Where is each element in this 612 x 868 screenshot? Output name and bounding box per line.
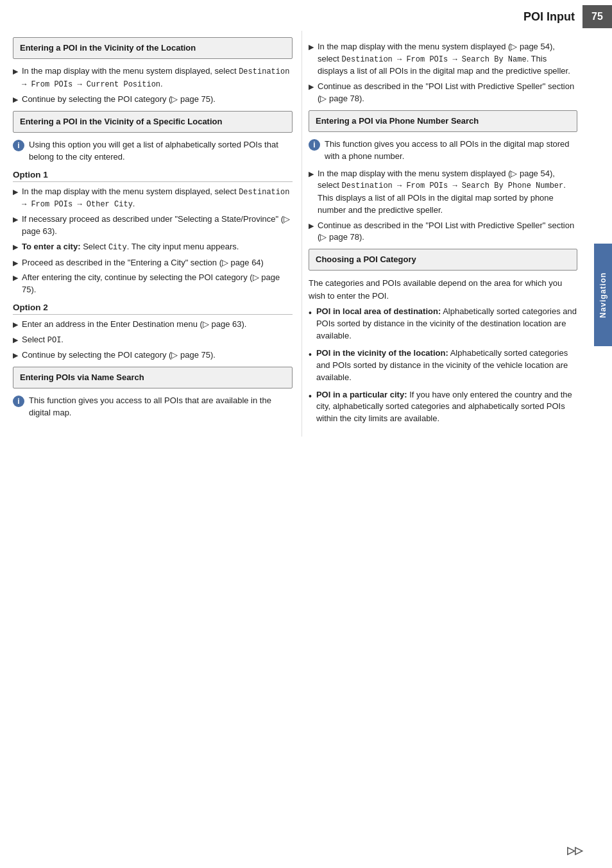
section3-info-text: This function gives you access to all PO… xyxy=(29,395,293,419)
bullet-item: ▶ In the map display with the menu syste… xyxy=(13,186,293,211)
main-content: Entering a POI in the Vicinity of the Lo… xyxy=(0,31,612,437)
bullet-text: To enter a city: Select City. The city i… xyxy=(22,241,239,253)
section-phone-search: Entering a POI via Phone Number Search xyxy=(309,110,577,132)
navigation-tab: Navigation xyxy=(594,244,612,346)
bullet-text: Continue by selecting the POI category (… xyxy=(22,94,216,106)
bullet-item: ▶ Continue by selecting the POI category… xyxy=(13,349,293,362)
bullet-arrow-icon: ▶ xyxy=(13,351,18,361)
bullet-item: ▶ In the map display with the menu syste… xyxy=(309,168,577,217)
item-text: POI in local area of destination: Alphab… xyxy=(316,306,577,342)
list-item: • POI in local area of destination: Alph… xyxy=(309,306,577,342)
option2-bullets: ▶ Enter an address in the Enter Destinat… xyxy=(13,319,293,362)
bullet-item: ▶ To enter a city: Select City. The city… xyxy=(13,241,293,253)
section-name-search: Entering POIs via Name Search xyxy=(13,367,293,388)
option2-heading: Option 2 xyxy=(13,303,293,315)
category-intro: The categories and POIs available depend… xyxy=(309,277,577,302)
section1-bullets: ▶ In the map display with the menu syste… xyxy=(13,65,293,106)
bullet-text: In the map display with the menu system … xyxy=(318,168,577,217)
phone-info-text: This function gives you access to all PO… xyxy=(325,138,577,163)
bullet-item: ▶ Continue as described in the "POI List… xyxy=(309,220,577,244)
bullet-arrow-icon: ▶ xyxy=(13,273,18,283)
bullet-item: ▶ Continue by selecting the POI category… xyxy=(13,94,293,106)
page-title: POI Input xyxy=(0,10,582,24)
bullet-item: ▶ If necessary proceed as described unde… xyxy=(13,213,293,238)
bullet-arrow-icon: ▶ xyxy=(309,221,314,231)
bullet-text: In the map display with the menu system … xyxy=(318,41,577,78)
bullet-item: ▶ In the map display with the menu syste… xyxy=(13,65,293,90)
item-text: POI in a particular city: If you have on… xyxy=(316,389,577,426)
left-column: Entering a POI in the Vicinity of the Lo… xyxy=(6,31,302,437)
dot-icon: • xyxy=(309,390,312,403)
category-items: • POI in local area of destination: Alph… xyxy=(309,306,577,425)
bullet-arrow-icon: ▶ xyxy=(309,42,314,53)
bullet-text: Enter an address in the Enter Destinatio… xyxy=(22,319,246,331)
bullet-item: ▶ Enter an address in the Enter Destinat… xyxy=(13,319,293,331)
bullet-arrow-icon: ▶ xyxy=(13,215,18,225)
footer-nav-arrow: ▷▷ xyxy=(567,844,582,856)
bullet-text: Proceed as described in the "Entering a … xyxy=(22,257,264,269)
page-header: POI Input 75 xyxy=(0,0,612,31)
bullet-text: If necessary proceed as described under … xyxy=(22,213,293,238)
bullet-arrow-icon: ▶ xyxy=(13,320,18,330)
section3-title: Entering POIs via Name Search xyxy=(20,372,285,383)
right-column: ▶ In the map display with the menu syste… xyxy=(302,31,597,437)
option1-heading: Option 1 xyxy=(13,170,293,182)
list-item: • POI in the vicinity of the location: A… xyxy=(309,347,577,384)
bullet-arrow-icon: ▶ xyxy=(13,67,18,77)
bullet-text: Continue as described in the "POI List w… xyxy=(318,81,577,105)
bullet-arrow-icon: ▶ xyxy=(13,242,18,253)
bullet-arrow-icon: ▶ xyxy=(309,82,314,92)
option1-bullets: ▶ In the map display with the menu syste… xyxy=(13,186,293,296)
info-icon: i xyxy=(13,140,24,151)
info-icon: i xyxy=(13,396,24,407)
bullet-item: ▶ After entering the city, continue by s… xyxy=(13,272,293,296)
dot-icon: • xyxy=(309,306,312,319)
section-vicinity-location: Entering a POI in the Vicinity of the Lo… xyxy=(13,37,293,59)
phone-bullets: ▶ In the map display with the menu syste… xyxy=(309,168,577,244)
bullet-arrow-icon: ▶ xyxy=(309,169,314,179)
category-title: Choosing a POI Category xyxy=(316,254,570,265)
section-specific-location: Entering a POI in the Vicinity of a Spec… xyxy=(13,111,293,133)
item-text: POI in the vicinity of the location: Alp… xyxy=(316,347,577,384)
section-phone-title: Entering a POI via Phone Number Search xyxy=(316,115,570,127)
bullet-text: Continue by selecting the POI category (… xyxy=(22,349,216,362)
section2-info-block: i Using this option you will get a list … xyxy=(13,139,293,163)
section1-title: Entering a POI in the Vicinity of the Lo… xyxy=(20,42,285,54)
bullet-text: In the map display with the menu system … xyxy=(22,186,293,211)
page-number: 75 xyxy=(582,5,612,28)
bullet-arrow-icon: ▶ xyxy=(13,258,18,269)
bullet-item: ▶ Continue as described in the "POI List… xyxy=(309,81,577,105)
section-choosing-category: Choosing a POI Category xyxy=(309,249,577,271)
bullet-item: ▶ Select POI. xyxy=(13,334,293,346)
section2-info-text: Using this option you will get a list of… xyxy=(29,139,293,163)
bullet-item: ▶ In the map display with the menu syste… xyxy=(309,41,577,78)
phone-info-block: i This function gives you access to all … xyxy=(309,138,577,163)
list-item: • POI in a particular city: If you have … xyxy=(309,389,577,426)
name-search-continued-bullets: ▶ In the map display with the menu syste… xyxy=(309,41,577,105)
section2-title: Entering a POI in the Vicinity of a Spec… xyxy=(20,116,285,128)
bullet-item: ▶ Proceed as described in the "Entering … xyxy=(13,257,293,269)
bullet-arrow-icon: ▶ xyxy=(13,95,18,105)
bullet-arrow-icon: ▶ xyxy=(13,187,18,197)
info-icon: i xyxy=(309,139,320,151)
section3-info-block: i This function gives you access to all … xyxy=(13,395,293,419)
bullet-text: After entering the city, continue by sel… xyxy=(22,272,293,296)
bullet-text: Continue as described in the "POI List w… xyxy=(318,220,577,244)
bullet-arrow-icon: ▶ xyxy=(13,335,18,346)
bullet-text: In the map display with the menu system … xyxy=(22,65,293,90)
dot-icon: • xyxy=(309,348,312,361)
bullet-text: Select POI. xyxy=(22,334,64,346)
